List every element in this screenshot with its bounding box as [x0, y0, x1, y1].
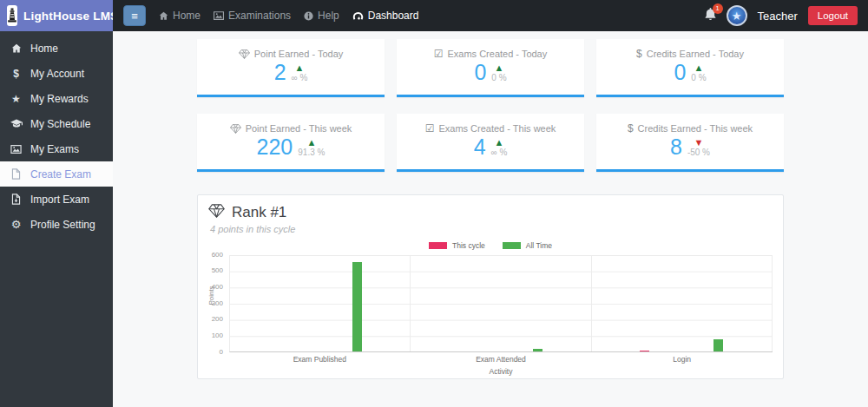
- legend-swatch: [429, 242, 447, 249]
- stat-value: 8: [670, 135, 682, 160]
- hamburger-icon: ≡: [131, 10, 138, 23]
- stat-card-exams-week: ☑ Exams Created - This week 4 ▲ ∞ %: [397, 114, 584, 172]
- sidebar-item-profile-setting[interactable]: ⚙ Profile Setting: [0, 212, 113, 237]
- trend-icon: ▲: [495, 63, 504, 73]
- stat-card-credits-week: $ Credits Earned - This week 8 ▼ -50 %: [596, 114, 784, 172]
- user-avatar[interactable]: ★: [727, 5, 747, 26]
- stat-change: 0 %: [491, 73, 506, 82]
- nav-item-label: Examinations: [228, 10, 291, 22]
- nav-item-dashboard[interactable]: Dashboard: [352, 10, 419, 22]
- star-avatar-icon: ★: [732, 10, 742, 22]
- bar-plot: [229, 255, 773, 352]
- sidebar-item-label: Profile Setting: [30, 219, 95, 231]
- home-icon: [10, 43, 23, 54]
- sidebar-item-home[interactable]: Home: [0, 36, 113, 61]
- y-tick-label: 500: [212, 267, 223, 274]
- stat-title: Credits Earned - Today: [647, 49, 744, 59]
- stat-value: 2: [274, 60, 286, 85]
- sidebar-item-my-account[interactable]: $ My Account: [0, 61, 113, 86]
- legend-label: This cycle: [452, 241, 485, 250]
- sidebar-item-my-rewards[interactable]: ★ My Rewards: [0, 86, 113, 111]
- sidebar-item-label: Import Exam: [30, 194, 89, 206]
- category-group: [230, 255, 411, 351]
- trend-icon: ▲: [694, 63, 704, 73]
- legend-item[interactable]: This cycle: [429, 241, 485, 250]
- y-tick-label: 300: [212, 300, 223, 307]
- stat-value: 220: [257, 135, 293, 160]
- bar-all-time: [713, 339, 723, 351]
- stat-title: Exams Created - This week: [438, 123, 556, 134]
- nav-item-help[interactable]: Help: [304, 10, 339, 22]
- stat-card-exams-today: ☑ Exams Created - Today 0 ▲ 0 %: [397, 39, 584, 97]
- rank-subtitle: 4 points in this cycle: [210, 224, 773, 234]
- y-tick-label: 600: [212, 252, 223, 259]
- x-labels: Exam PublishedExam AttendedLogin: [229, 355, 773, 364]
- stat-value: 0: [674, 60, 686, 85]
- stat-change: ∞ %: [491, 148, 508, 157]
- sidebar-toggle-button[interactable]: ≡: [123, 5, 146, 26]
- nav-item-label: Help: [318, 10, 339, 22]
- dollar-icon: $: [10, 68, 23, 80]
- gear-icon: ⚙: [10, 218, 23, 231]
- stat-value: 4: [474, 135, 486, 160]
- nav-item-examinations[interactable]: Examinations: [214, 10, 291, 22]
- nav-item-label: Dashboard: [368, 10, 419, 22]
- logout-button[interactable]: Logout: [808, 6, 858, 25]
- x-category-label: Exam Published: [229, 355, 411, 364]
- home-icon: [159, 11, 168, 21]
- sidebar-item-create-exam[interactable]: Create Exam: [0, 161, 113, 187]
- top-navbar: ≡ Home Examinations Help Dashboard 1 ★ T…: [113, 0, 868, 31]
- lighthouse-logo-icon: [7, 5, 17, 26]
- file-icon: [10, 168, 23, 180]
- sidebar-item-label: Create Exam: [30, 168, 91, 181]
- dollar-icon: $: [636, 49, 642, 59]
- y-tick-label: 100: [212, 332, 223, 339]
- stat-card-points-today: Point Earned - Today 2 ▲ ∞ %: [197, 39, 385, 97]
- notifications-button[interactable]: 1: [705, 8, 716, 24]
- legend-swatch: [503, 242, 521, 249]
- stat-title: Credits Earned - This week: [638, 123, 753, 134]
- gem-icon: [230, 124, 241, 134]
- nav-item-home[interactable]: Home: [159, 10, 201, 22]
- stat-card-points-week: Point Earned - This week 220 ▲ 91.3 %: [197, 114, 385, 172]
- bar-all-time: [352, 262, 362, 351]
- gem-icon: [239, 49, 250, 59]
- bar-chart: Points 0100200300400500600 Exam Publishe…: [208, 255, 773, 376]
- rank-card: Rank #1 4 points in this cycle This cycl…: [197, 194, 784, 379]
- legend-label: All Time: [526, 241, 552, 250]
- check-square-icon: ☑: [425, 123, 435, 134]
- chart-legend: This cycleAll Time: [208, 241, 773, 250]
- legend-item[interactable]: All Time: [503, 241, 552, 250]
- sidebar-item-import-exam[interactable]: Import Exam: [0, 187, 113, 212]
- rank-title: Rank #1: [232, 204, 286, 221]
- gem-icon: [208, 204, 225, 221]
- main-content: Point Earned - Today 2 ▲ ∞ % ☑ Exams Cre…: [113, 31, 868, 407]
- file-import-icon: [10, 194, 23, 205]
- dollar-icon: $: [628, 123, 634, 134]
- category-group: [592, 255, 773, 351]
- top-bar: LightHouse LMS ≡ Home Examinations Help …: [0, 0, 868, 31]
- trend-icon: ▼: [694, 138, 704, 148]
- stat-change: 0 %: [691, 73, 706, 82]
- graduation-cap-icon: [10, 119, 23, 128]
- y-ticks: 0100200300400500600: [208, 255, 226, 352]
- bar-all-time: [533, 349, 542, 351]
- sidebar-item-my-exams[interactable]: My Exams: [0, 136, 113, 161]
- image-icon: [10, 145, 23, 154]
- brand-header[interactable]: LightHouse LMS: [0, 0, 113, 31]
- x-category-label: Exam Attended: [411, 355, 592, 364]
- star-icon: ★: [10, 93, 23, 105]
- y-tick-label: 200: [212, 316, 223, 323]
- stat-change: ∞ %: [292, 73, 308, 82]
- stat-title: Point Earned - Today: [254, 49, 344, 59]
- sidebar-item-my-schedule[interactable]: My Schedule: [0, 111, 113, 136]
- category-group: [411, 255, 591, 351]
- trend-icon: ▲: [306, 138, 316, 148]
- sidebar: Home $ My Account ★ My Rewards My Schedu…: [0, 31, 113, 407]
- sidebar-item-label: My Exams: [30, 143, 79, 155]
- stat-title: Exams Created - Today: [448, 49, 548, 59]
- nav-item-label: Home: [173, 10, 201, 22]
- sidebar-item-label: My Rewards: [30, 93, 89, 105]
- x-axis-title: Activity: [229, 367, 773, 376]
- stat-change: 91.3 %: [298, 148, 325, 157]
